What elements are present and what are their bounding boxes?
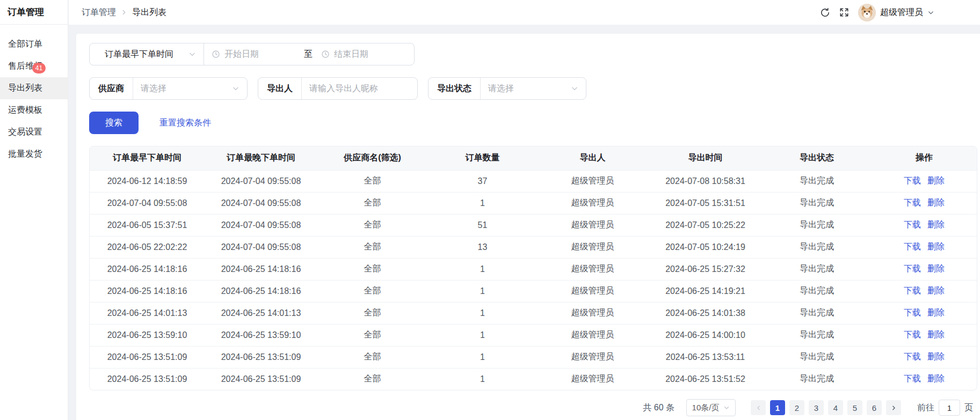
app-title: 订单管理	[0, 0, 68, 25]
table-cell: 超级管理员	[538, 346, 648, 368]
col-exporter: 导出人	[538, 146, 648, 170]
user-menu[interactable]: 超级管理员	[858, 4, 934, 21]
page-size-value: 10条/页	[692, 403, 720, 413]
delete-link[interactable]: 删除	[927, 374, 945, 383]
table-cell: 2024-06-25 14:19:21	[648, 280, 763, 302]
row-actions: 下载删除	[870, 368, 977, 390]
col-export-status: 导出状态	[763, 146, 870, 170]
download-link[interactable]: 下载	[904, 308, 921, 317]
chevron-down-icon	[232, 85, 239, 92]
delete-link[interactable]: 删除	[927, 242, 945, 251]
search-button[interactable]: 搜索	[89, 112, 139, 134]
sidebar: 订单管理 全部订单 41 售后维权 导出列表 运费模板 交易设置	[0, 0, 68, 420]
table-cell: 37	[427, 170, 538, 192]
table-cell: 超级管理员	[538, 214, 648, 236]
table-cell: 导出完成	[763, 302, 870, 324]
table-cell: 1	[427, 192, 538, 214]
refresh-icon[interactable]	[820, 8, 830, 18]
table-cell: 2024-06-25 14:00:10	[648, 324, 763, 346]
delete-link[interactable]: 删除	[927, 308, 945, 317]
export-list-panel: 订单最早下单时间 开始日期 至 结束日期 供应商 请选	[76, 34, 980, 420]
table-row: 2024-06-25 14:18:162024-06-25 14:18:16全部…	[90, 258, 977, 280]
top-header: 订单管理 导出列表	[69, 0, 980, 25]
export-status-select[interactable]: 请选择	[481, 78, 586, 99]
download-link[interactable]: 下载	[904, 220, 921, 229]
chevron-down-icon	[571, 85, 578, 92]
sidebar-item-all-orders[interactable]: 全部订单	[0, 33, 68, 55]
delete-link[interactable]: 删除	[927, 286, 945, 295]
page-button-6[interactable]: 6	[867, 400, 882, 415]
next-page-button[interactable]	[886, 400, 901, 415]
table-cell: 全部	[317, 192, 427, 214]
download-link[interactable]: 下载	[904, 352, 921, 361]
table-cell: 导出完成	[763, 170, 870, 192]
row-actions: 下载删除	[870, 280, 977, 302]
exporter-input[interactable]	[309, 84, 410, 93]
delete-link[interactable]: 删除	[927, 220, 945, 229]
fullscreen-icon[interactable]	[839, 8, 849, 17]
supplier-select[interactable]: 请选择	[133, 78, 247, 99]
date-range-picker[interactable]: 开始日期 至 结束日期	[204, 43, 414, 65]
delete-link[interactable]: 删除	[927, 330, 945, 339]
download-link[interactable]: 下载	[904, 176, 921, 185]
filter-row-fields: 供应商 请选择 导出人 导出状态 请选择	[89, 77, 977, 100]
table-cell: 超级管理员	[538, 368, 648, 390]
download-link[interactable]: 下载	[904, 330, 921, 339]
table-cell: 2024-06-25 13:51:09	[90, 368, 205, 390]
delete-link[interactable]: 删除	[927, 264, 945, 273]
download-link[interactable]: 下载	[904, 374, 921, 383]
after-sales-count-badge: 41	[32, 63, 46, 73]
goto-page-input[interactable]	[939, 400, 960, 416]
table-cell: 2024-06-12 14:18:59	[90, 170, 205, 192]
user-name: 超级管理员	[880, 7, 923, 18]
table-cell: 全部	[317, 368, 427, 390]
download-link[interactable]: 下载	[904, 264, 921, 273]
filter-row-dates: 订单最早下单时间 开始日期 至 结束日期	[89, 43, 977, 65]
table-cell: 导出完成	[763, 346, 870, 368]
table-cell: 2024-06-25 14:01:13	[90, 302, 205, 324]
goto-label: 前往	[917, 402, 934, 414]
breadcrumb-item-orders[interactable]: 订单管理	[82, 7, 116, 18]
col-actions: 操作	[870, 146, 977, 170]
table-row: 2024-06-05 22:02:222024-07-04 09:55:08全部…	[90, 236, 977, 258]
table-cell: 13	[427, 236, 538, 258]
sidebar-item-export-list[interactable]: 导出列表	[0, 77, 68, 99]
prev-page-button[interactable]	[751, 400, 766, 415]
delete-link[interactable]: 删除	[927, 352, 945, 361]
sidebar-item-label: 交易设置	[8, 127, 42, 138]
download-link[interactable]: 下载	[904, 198, 921, 207]
page-button-3[interactable]: 3	[809, 400, 824, 415]
goto-suffix: 页	[964, 402, 973, 414]
row-actions: 下载删除	[870, 170, 977, 192]
delete-link[interactable]: 删除	[927, 176, 945, 185]
exporter-filter: 导出人	[258, 77, 418, 100]
time-type-select[interactable]: 订单最早下单时间	[90, 43, 204, 65]
sidebar-item-batch-shipping[interactable]: 批量发货	[0, 143, 68, 165]
table-cell: 2024-06-25 14:18:16	[205, 280, 317, 302]
sidebar-item-trade-settings[interactable]: 交易设置	[0, 121, 68, 143]
page-button-2[interactable]: 2	[789, 400, 804, 415]
page-button-5[interactable]: 5	[847, 400, 862, 415]
download-link[interactable]: 下载	[904, 286, 921, 295]
table-cell: 2024-07-04 09:55:08	[205, 170, 317, 192]
download-link[interactable]: 下载	[904, 242, 921, 251]
table-cell: 全部	[317, 302, 427, 324]
table-cell: 2024-06-25 13:53:11	[648, 346, 763, 368]
col-earliest-order-time: 订单最早下单时间	[90, 146, 205, 170]
page-button-4[interactable]: 4	[828, 400, 843, 415]
table-cell: 2024-07-04 09:55:08	[205, 214, 317, 236]
reset-search-link[interactable]: 重置搜索条件	[159, 117, 211, 129]
table-cell: 超级管理员	[538, 236, 648, 258]
sidebar-item-freight-template[interactable]: 运费模板	[0, 99, 68, 121]
row-actions: 下载删除	[870, 214, 977, 236]
table-header: 订单最早下单时间 订单最晚下单时间 供应商名(筛选) 订单数量 导出人 导出时间…	[90, 146, 977, 170]
table-cell: 2024-07-05 10:24:19	[648, 236, 763, 258]
page-size-select[interactable]: 10条/页	[686, 399, 736, 416]
row-actions: 下载删除	[870, 236, 977, 258]
page-button-1[interactable]: 1	[770, 400, 785, 415]
table-cell: 导出完成	[763, 258, 870, 280]
delete-link[interactable]: 删除	[927, 198, 945, 207]
page-buttons: 123456	[751, 400, 901, 415]
table-cell: 全部	[317, 236, 427, 258]
table-cell: 2024-06-25 14:18:16	[90, 258, 205, 280]
